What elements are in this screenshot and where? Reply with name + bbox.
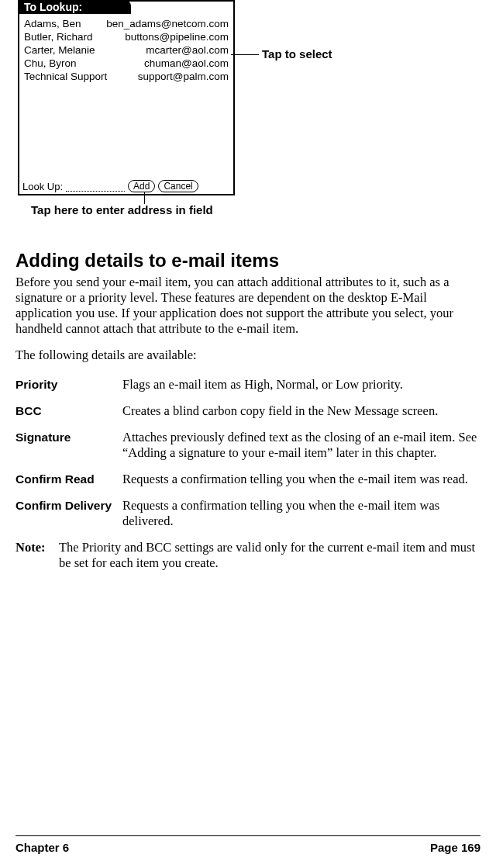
def-desc: Requests a confirmation telling you when… [122,472,480,487]
list-item[interactable]: Butler, Richard buttons@pipeline.com [24,30,229,43]
def-term: Confirm Read [16,472,122,487]
contact-name: Butler, Richard [24,30,93,43]
callout-line [144,192,145,204]
contact-email: buttons@pipeline.com [125,30,229,43]
def-desc: Creates a blind carbon copy field in the… [122,403,480,419]
list-item[interactable]: Chu, Byron chuman@aol.com [24,57,229,70]
list-item[interactable]: Adams, Ben ben_adams@netcom.com [24,17,229,30]
add-button[interactable]: Add [128,180,155,192]
note-label: Note: [16,540,59,571]
body-paragraph: Before you send your e-mail item, you ca… [16,275,480,337]
palm-lookup-dialog: To Lookup: Adams, Ben ben_adams@netcom.c… [18,0,235,195]
contact-list: Adams, Ben ben_adams@netcom.com Butler, … [19,14,233,83]
page-footer: Chapter 6 Page 169 [16,835,480,854]
def-desc: Attaches previously defined text as the … [122,430,480,461]
callout-tap-here: Tap here to enter address in field [31,203,213,216]
table-row: Priority Flags an e-mail item as High, N… [16,377,480,393]
footer-chapter: Chapter 6 [16,841,69,854]
note-text: The Priority and BCC settings are valid … [59,540,480,571]
contact-name: Chu, Byron [24,57,77,70]
contact-email: chuman@aol.com [144,57,229,70]
contact-name: Carter, Melanie [24,43,95,57]
callout-line [231,54,259,55]
contact-email: mcarter@aol.com [146,43,229,57]
table-row: BCC Creates a blind carbon copy field in… [16,403,480,419]
list-item[interactable]: Technical Support support@palm.com [24,70,229,83]
cancel-button[interactable]: Cancel [158,180,198,192]
lookup-label: Look Up: [22,181,63,192]
table-row: Signature Attaches previously defined te… [16,430,480,461]
table-row: Confirm Delivery Requests a confirmation… [16,498,480,529]
contact-name: Adams, Ben [24,17,81,30]
def-term: BCC [16,403,122,419]
contact-email: support@palm.com [138,70,229,83]
contact-name: Technical Support [24,70,107,83]
def-term: Priority [16,377,122,393]
dialog-title: To Lookup: [18,0,131,14]
def-desc: Requests a confirmation telling you when… [122,498,480,529]
contact-email: ben_adams@netcom.com [106,17,229,30]
footer-page: Page 169 [430,841,480,854]
definition-table: Priority Flags an e-mail item as High, N… [16,377,480,529]
def-term: Confirm Delivery [16,498,122,529]
lookup-input[interactable] [66,182,125,192]
list-item[interactable]: Carter, Melanie mcarter@aol.com [24,43,229,57]
figure-area: To Lookup: Adams, Ben ben_adams@netcom.c… [16,0,480,225]
callout-tap-to-select: Tap to select [262,47,332,61]
def-term: Signature [16,430,122,461]
def-desc: Flags an e-mail item as High, Normal, or… [122,377,480,393]
table-row: Confirm Read Requests a confirmation tel… [16,472,480,487]
body-paragraph: The following details are available: [16,348,480,363]
note-block: Note: The Priority and BCC settings are … [16,540,480,571]
section-heading: Adding details to e-mail items [16,250,480,271]
